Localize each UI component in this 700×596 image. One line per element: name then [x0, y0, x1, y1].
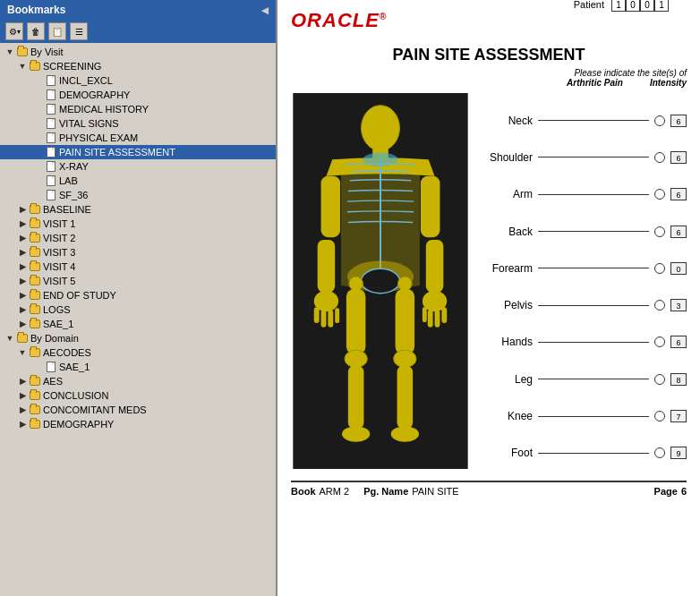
pain-circle-forearm[interactable]	[654, 263, 665, 274]
line-knee	[538, 416, 649, 417]
tree-node-visit3[interactable]: ▶ VISIT 3	[0, 245, 276, 260]
expand-icon-visit5[interactable]: ▶	[16, 275, 29, 287]
body-svg	[291, 93, 470, 469]
folder-icon-by-domain	[16, 332, 29, 345]
tree-node-vital-signs[interactable]: ▷ VITAL SIGNS	[0, 116, 276, 131]
tree-node-visit5[interactable]: ▶ VISIT 5	[0, 274, 276, 288]
baseline-label: BASELINE	[43, 204, 91, 215]
tree-node-aes[interactable]: ▶ AES	[0, 374, 276, 388]
menu-button[interactable]: ☰	[70, 22, 88, 40]
folder-icon-visit1	[29, 217, 41, 230]
bookmarks-title: Bookmarks	[7, 4, 65, 16]
trash-button[interactable]: 🗑	[27, 22, 45, 40]
tree-node-by-visit[interactable]: ▼ By Visit	[0, 45, 276, 59]
expand-icon-screening[interactable]: ▼	[16, 60, 29, 72]
eos-label: END OF STUDY	[43, 290, 116, 301]
close-button[interactable]: ◀	[261, 5, 269, 15]
tree-node-conclusion[interactable]: ▶ CONCLUSION	[0, 388, 276, 403]
line-hands	[538, 342, 649, 343]
tree-node-sae1-domain[interactable]: ▷ SAE_1	[0, 360, 276, 374]
pain-label-foot: Foot	[479, 447, 533, 459]
sae1-domain-label: SAE_1	[59, 362, 90, 372]
expand-icon-sae1[interactable]: ▶	[16, 318, 29, 330]
tree-node-lab[interactable]: ▷ LAB	[0, 174, 276, 188]
expand-icon-by-domain[interactable]: ▼	[4, 332, 16, 345]
pain-circle-pelvis[interactable]	[654, 300, 665, 311]
tree-node-end-of-study[interactable]: ▶ END OF STUDY	[0, 288, 276, 302]
svg-rect-9	[314, 307, 320, 323]
tree-node-demography2[interactable]: ▶ DEMOGRAPHY	[0, 417, 276, 431]
svg-rect-27	[397, 366, 414, 429]
pain-label-leg: Leg	[479, 373, 533, 386]
pain-row-foot: Foot 9	[479, 447, 687, 459]
tree-node-pain-site[interactable]: ▷ PAIN SITE ASSESSMENT	[0, 145, 276, 159]
pain-circle-shoulder[interactable]	[654, 152, 665, 163]
expand-icon-logs[interactable]: ▶	[16, 303, 29, 316]
pain-label-neck: Neck	[479, 115, 533, 127]
tree-node-visit2[interactable]: ▶ VISIT 2	[0, 231, 276, 245]
pain-row-knee: Knee 7	[479, 410, 687, 422]
pain-circle-foot[interactable]	[654, 447, 665, 458]
expand-icon-baseline[interactable]: ▶	[16, 203, 29, 216]
physical-exam-label: PHYSICAL EXAM	[59, 132, 138, 143]
pain-row-neck: Neck 6	[479, 115, 687, 127]
copy-button[interactable]: 📋	[48, 22, 66, 40]
sf36-label: SF_36	[59, 190, 88, 200]
dropdown-icon: ▾	[17, 28, 21, 36]
patient-char-0: 1	[611, 0, 626, 12]
pain-label-pelvis: Pelvis	[479, 299, 533, 311]
expand-icon-aecodes[interactable]: ▼	[16, 346, 29, 359]
expand-icon-visit4[interactable]: ▶	[16, 260, 29, 273]
tree-node-demography1[interactable]: ▷ DEMOGRAPHY	[0, 88, 276, 102]
folder-icon-aes	[29, 375, 41, 387]
expand-icon-conclusion[interactable]: ▶	[16, 389, 29, 402]
pain-row-shoulder: Shoulder 6	[479, 151, 687, 164]
pg-name-label: Pg. Name	[363, 486, 408, 497]
vital-signs-label: VITAL SIGNS	[59, 118, 119, 129]
tree-node-incl-excl[interactable]: ▷ INCL_EXCL	[0, 73, 276, 88]
tree-node-sf36[interactable]: ▷ SF_36	[0, 188, 276, 202]
tree-node-aecodes[interactable]: ▼ AECODES	[0, 345, 276, 360]
tree-node-xray[interactable]: ▷ X-RAY	[0, 159, 276, 174]
svg-point-25	[394, 350, 416, 368]
demography2-label: DEMOGRAPHY	[43, 419, 114, 430]
tree-node-logs[interactable]: ▶ LOGS	[0, 302, 276, 317]
expand-icon-visit1[interactable]: ▶	[16, 217, 29, 230]
tree-node-baseline[interactable]: ▶ BASELINE	[0, 202, 276, 217]
svg-rect-11	[328, 310, 333, 328]
expand-icon-concomitant[interactable]: ▶	[16, 404, 29, 416]
visit1-label: VISIT 1	[43, 218, 75, 229]
tree-node-visit4[interactable]: ▶ VISIT 4	[0, 260, 276, 274]
expand-icon-aes[interactable]: ▶	[16, 375, 29, 387]
doc-icon-incl-excl	[45, 74, 57, 87]
tree-node-screening[interactable]: ▼ SCREENING	[0, 59, 276, 73]
expand-icon-eos[interactable]: ▶	[16, 289, 29, 302]
expand-icon-demography2[interactable]: ▶	[16, 418, 29, 430]
svg-rect-26	[348, 366, 364, 429]
tree-node-visit1[interactable]: ▶ VISIT 1	[0, 217, 276, 231]
expand-icon-by-visit[interactable]: ▼	[4, 46, 16, 58]
folder-icon-conclusion	[29, 389, 41, 402]
pain-circle-arm[interactable]	[654, 189, 665, 200]
tree-node-by-domain[interactable]: ▼ By Domain	[0, 331, 276, 345]
pain-row-back: Back 6	[479, 226, 687, 238]
expand-icon-visit2[interactable]: ▶	[16, 232, 29, 244]
pain-circle-hands[interactable]	[654, 336, 665, 347]
pain-circle-neck[interactable]	[654, 115, 665, 126]
pain-circle-back[interactable]	[654, 226, 665, 237]
svg-rect-16	[441, 307, 447, 323]
pain-value-shoulder: 6	[670, 151, 687, 164]
gear-button[interactable]: ⚙▾	[5, 22, 23, 40]
expand-icon-visit3[interactable]: ▶	[16, 246, 29, 259]
form-title: PAIN SITE ASSESSMENT	[291, 46, 687, 64]
tree-node-sae1-visit[interactable]: ▶ SAE_1	[0, 317, 276, 331]
folder-icon-visit4	[29, 260, 41, 273]
svg-point-24	[345, 350, 367, 368]
book-value: ARM 2	[320, 486, 350, 497]
pain-circle-knee[interactable]	[654, 411, 665, 421]
tree-node-physical-exam[interactable]: ▷ PHYSICAL EXAM	[0, 131, 276, 145]
tree-node-concomitant-meds[interactable]: ▶ CONCOMITANT MEDS	[0, 403, 276, 417]
tree-node-medical-history[interactable]: ▷ MEDICAL HISTORY	[0, 102, 276, 116]
doc-icon-lab	[45, 175, 57, 187]
pain-circle-leg[interactable]	[654, 374, 665, 385]
